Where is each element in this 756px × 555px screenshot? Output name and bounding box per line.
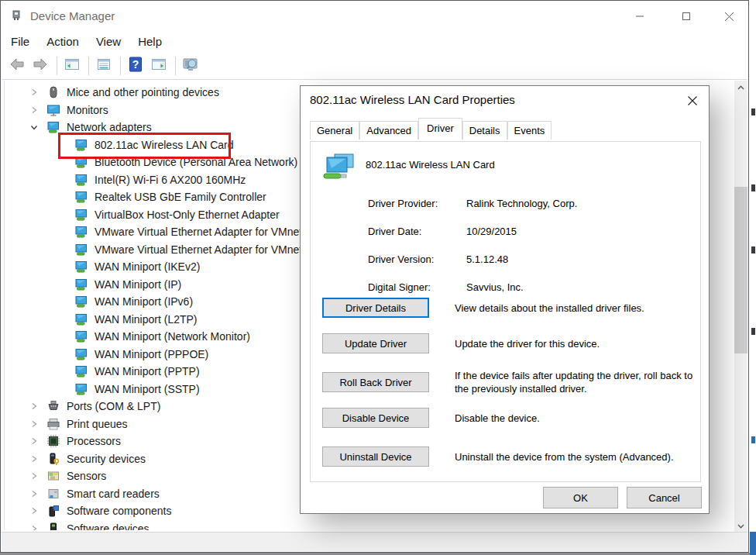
driver-action-row: Roll Back DriverIf the device fails afte… [322,369,696,395]
driver-info-label: Driver Version: [368,253,434,265]
update-driver-button[interactable]: Update Driver [322,333,429,353]
tree-item-label: WAN Miniport (IKEv2) [94,260,200,273]
edge-artifact [750,532,756,555]
tree-item-label: WAN Miniport (IP) [94,278,181,291]
tree-item-label: Sensors [67,470,106,482]
sensors-icon [46,469,60,483]
menu-help[interactable]: Help [129,32,170,52]
network-adapter-icon [74,347,88,361]
roll-back-driver-button[interactable]: Roll Back Driver [322,372,429,392]
chevron-collapsed-icon[interactable] [28,401,40,412]
tree-item-label: WAN Miniport (IPv6) [94,295,193,308]
tree-item-label: VirtualBox Host-Only Ethernet Adapter [94,209,280,221]
network-adapter-icon [74,138,88,152]
driver-info-value: Savvius, Inc. [466,281,524,293]
toolbar-action-pane-button[interactable] [148,55,170,77]
vertical-scrollbar[interactable] [734,81,747,533]
cancel-button[interactable]: Cancel [627,487,702,508]
tree-item-label: Intel(R) Wi-Fi 6 AX200 160MHz [94,174,246,186]
toolbar-help-button[interactable]: ? [125,55,146,77]
network-device-icon [321,152,357,185]
edge-artifact [751,246,755,253]
toolbar-separator [120,57,121,75]
chevron-collapsed-icon[interactable] [28,436,40,446]
driver-info-value: 10/29/2015 [466,226,517,237]
menu-file[interactable]: File [2,32,38,52]
printer-icon [46,417,60,431]
tree-item-label: Mice and other pointing devices [67,86,219,98]
chevron-collapsed-icon[interactable] [28,488,40,499]
chevron-collapsed-icon[interactable] [28,505,40,516]
action-pane-icon [150,56,167,76]
device-manager-app-icon [10,9,22,22]
scan-icon [182,56,199,76]
scroll-down-icon[interactable] [734,519,747,533]
driver-tab-page: 802.11ac Wireless LAN Card Driver Provid… [310,141,701,482]
network-adapter-icon [74,208,88,222]
edge-artifact [751,328,755,335]
dialog-titlebar: 802.11ac Wireless LAN Card Properties [301,86,709,114]
tab-advanced[interactable]: Advanced [359,121,418,140]
chevron-collapsed-icon[interactable] [28,87,40,98]
dialog-close-icon[interactable] [684,93,701,109]
chevron-collapsed-icon[interactable] [28,453,40,464]
driver-action-row: Driver DetailsView details about the ins… [322,298,696,318]
edge-artifact [751,184,755,191]
toolbar-forward-button[interactable] [29,55,51,77]
tree-item-software-devices[interactable]: Software devices [5,520,734,531]
toolbar-separator [88,57,89,75]
network-adapter-icon [46,120,60,134]
network-adapter-icon [74,155,88,169]
uninstall-device-button[interactable]: Uninstall Device [322,446,429,467]
toolbar-properties-button[interactable] [93,55,115,77]
network-adapter-icon [74,329,88,343]
network-adapter-icon [74,173,88,187]
action-description: View details about the installed driver … [455,302,696,315]
toolbar-console-tree-button[interactable] [61,55,83,77]
security-icon [46,452,60,466]
menu-action[interactable]: Action [38,32,88,52]
software-component-icon [46,504,60,518]
tree-item-label: WAN Miniport (PPTP) [94,365,200,377]
tab-details[interactable]: Details [462,121,507,140]
menu-view[interactable]: View [88,32,129,52]
background-edge-strip [750,0,756,555]
toolbar-back-button[interactable] [6,55,28,77]
chevron-collapsed-icon[interactable] [28,419,40,429]
tree-item-label: 802.11ac Wireless LAN Card [94,139,233,151]
scroll-up-icon[interactable] [734,81,747,94]
driver-details-button[interactable]: Driver Details [322,298,429,318]
ports-icon [46,399,60,413]
toolbar-scan-button[interactable] [180,55,201,77]
scrollbar-thumb[interactable] [734,187,747,353]
window-title: Device Manager [30,1,115,32]
chevron-collapsed-icon[interactable] [28,523,40,530]
svg-text:?: ? [132,58,139,71]
disable-device-button[interactable]: Disable Device [322,408,429,428]
driver-action-row: Update DriverUpdate the driver for this … [322,333,696,353]
chevron-collapsed-icon[interactable] [28,105,40,115]
dialog-tabs: GeneralAdvancedDriverDetailsEvents [310,121,552,140]
tree-item-label: Software devices [67,522,149,530]
tab-driver[interactable]: Driver [418,118,462,140]
maximize-button[interactable] [668,1,703,32]
minimize-button[interactable] [622,1,657,32]
network-adapter-icon [74,295,88,309]
network-adapter-icon [74,243,88,257]
tree-item-label: WAN Miniport (PPPOE) [94,348,208,360]
tab-general[interactable]: General [310,121,359,140]
tab-events[interactable]: Events [507,121,552,140]
chevron-collapsed-icon[interactable] [28,471,40,481]
edge-artifact [751,109,755,115]
status-bar [2,532,747,551]
device-name: 802.11ac Wireless LAN Card [366,159,495,171]
tree-item-label: Security devices [67,453,146,465]
tree-item-label: Monitors [67,104,108,116]
close-button[interactable] [712,1,747,32]
action-description: If the device fails after updating the d… [455,369,696,395]
chevron-expanded-icon[interactable] [28,122,40,133]
toolbar-separator [175,57,176,75]
tree-item-label: Network adapters [67,121,152,133]
properties-dialog: 802.11ac Wireless LAN Card Properties Ge… [300,85,710,514]
ok-button[interactable]: OK [543,487,618,508]
